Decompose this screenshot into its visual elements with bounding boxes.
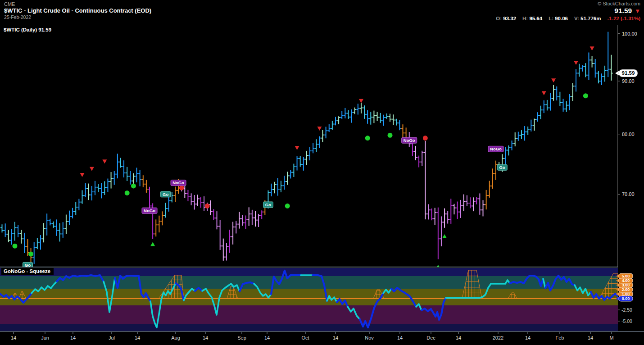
price-bar <box>359 103 363 113</box>
price-bar <box>562 99 565 112</box>
price-bar <box>558 92 562 106</box>
price-bar <box>417 156 421 168</box>
price-bar <box>436 208 440 259</box>
price-bar <box>520 130 523 139</box>
price-bar <box>315 139 318 152</box>
price-bar <box>13 222 16 241</box>
price-bar <box>491 168 494 189</box>
price-bar <box>279 181 282 192</box>
nogo-badge: NoGo <box>142 208 157 213</box>
squeeze-zero-tag: 0.00 <box>616 296 633 301</box>
y-tick-label: 90.00 <box>622 78 635 84</box>
price-bar <box>427 204 430 219</box>
squeeze-tick-label: -5.00 <box>621 318 632 324</box>
price-bar <box>20 230 23 244</box>
go-badge: Go <box>263 202 273 208</box>
price-bar <box>472 197 475 211</box>
price-bar <box>254 211 257 227</box>
x-tick-label: 2022 <box>493 335 503 340</box>
countertrend-down-triangle <box>80 173 85 177</box>
price-bar <box>113 171 116 185</box>
chart-canvas[interactable]: GoNoGoGoNoGoGoNoGoNoGoGo100.0090.0080.00… <box>0 0 644 345</box>
price-bar <box>392 114 395 125</box>
price-bar <box>350 109 353 123</box>
price-bar <box>49 219 52 226</box>
squeeze-tick-label: -2.50 <box>621 307 632 313</box>
price-bar <box>321 130 324 142</box>
price-bar <box>71 208 74 218</box>
price-bar <box>10 229 13 245</box>
price-bar <box>209 200 212 215</box>
price-bar <box>215 211 218 229</box>
price-bar <box>93 181 96 195</box>
price-bar <box>173 186 177 202</box>
squeeze-pane <box>0 268 618 331</box>
price-bar <box>353 108 356 114</box>
price-bar <box>488 181 491 197</box>
price-bar <box>568 94 571 110</box>
price-bar <box>494 161 497 180</box>
price-bar <box>276 178 279 196</box>
squeeze-band <box>0 289 618 305</box>
y-tick-label: 80.00 <box>622 132 635 137</box>
badge-label: NoGo <box>144 208 155 213</box>
badge-label: Go <box>499 165 505 170</box>
badge-label: NoGo <box>404 138 415 143</box>
price-bar <box>244 215 247 229</box>
price-bar <box>594 59 597 77</box>
go-continuation-dot <box>285 204 290 209</box>
countertrend-down-triangle <box>551 78 556 82</box>
price-bar <box>158 216 161 232</box>
price-bar <box>318 136 321 148</box>
price-bar <box>382 115 385 126</box>
price-bar <box>517 132 520 141</box>
price-bar <box>103 181 106 195</box>
countertrend-up-triangle <box>442 234 447 238</box>
x-tick-label: Aug <box>171 335 180 340</box>
nogo-badge: NoGo <box>488 146 503 152</box>
countertrend-up-triangle <box>150 242 155 246</box>
nogo-continuation-dot <box>179 186 184 191</box>
price-bar <box>536 112 539 122</box>
price-bar <box>295 156 299 171</box>
price-bar <box>469 197 472 208</box>
price-bar <box>61 222 64 238</box>
price-bar <box>597 71 600 83</box>
price-bar <box>372 111 376 123</box>
price-bar <box>45 213 49 236</box>
price-bar <box>344 108 347 118</box>
price-bar <box>334 117 337 125</box>
x-tick-label: Nov <box>365 335 374 340</box>
price-bar <box>23 233 26 253</box>
price-bar <box>106 179 109 192</box>
price-bar <box>607 32 610 77</box>
price-bar <box>430 209 433 220</box>
price-bar <box>603 66 607 82</box>
x-tick-label: 14 <box>456 335 461 340</box>
price-bar <box>369 112 372 125</box>
price-bar <box>459 200 462 218</box>
price-bar <box>398 120 401 130</box>
x-tick-label: Dec <box>426 335 435 340</box>
price-bar <box>283 176 286 190</box>
price-bar <box>302 157 305 171</box>
go-continuation-dot <box>12 244 17 249</box>
price-bar <box>363 105 366 119</box>
price-bar <box>68 211 71 225</box>
price-bar <box>475 197 478 204</box>
price-bar <box>190 193 193 205</box>
price-bar <box>212 209 215 220</box>
go-continuation-dot <box>125 191 130 195</box>
tag-value: 0.00 <box>622 296 630 301</box>
price-bar <box>129 171 132 185</box>
x-tick-label: Feb <box>556 335 564 340</box>
price-bar <box>145 180 148 193</box>
badge-label: NoGo <box>490 146 502 151</box>
price-bar <box>456 202 459 219</box>
price-bar <box>555 86 558 100</box>
price-bar <box>312 143 315 154</box>
price-bar <box>565 101 568 112</box>
x-tick-label: Jul <box>109 335 115 340</box>
tag-notch <box>615 71 619 76</box>
x-tick-label: 14 <box>525 335 531 340</box>
